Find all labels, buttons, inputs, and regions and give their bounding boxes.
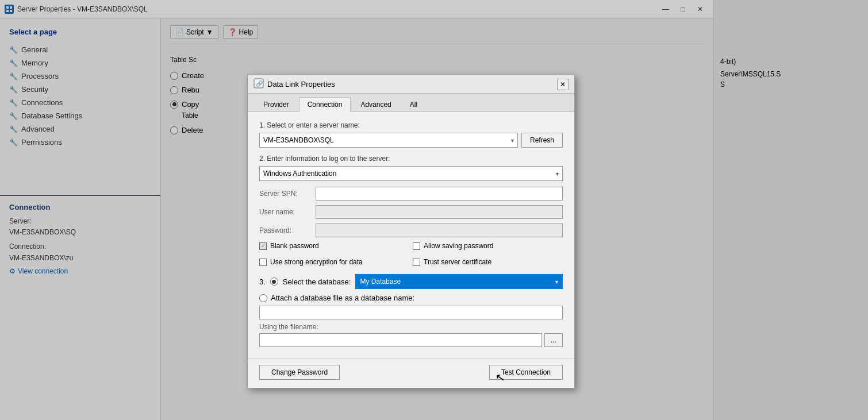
attach-label: Attach a database file as a database nam…: [271, 294, 414, 302]
dialog-title-icon: 🔗: [254, 78, 264, 91]
step1-label: 1. Select or enter a server name:: [259, 121, 563, 129]
step3-label: 3.: [259, 278, 266, 286]
password-label: Password:: [259, 226, 311, 234]
tab-advanced[interactable]: Advanced: [352, 97, 400, 111]
server-spn-label: Server SPN:: [259, 190, 311, 198]
tab-advanced-label: Advanced: [360, 101, 391, 109]
server-name-dropdown[interactable]: VM-E3SANDBOX\SQL ▾: [259, 133, 518, 148]
tab-connection[interactable]: Connection: [299, 97, 351, 112]
server-spn-row: Server SPN:: [259, 187, 563, 201]
data-link-properties-dialog: 🔗 Data Link Properties ✕ Provider Connec…: [247, 75, 575, 388]
tab-provider-label: Provider: [263, 101, 289, 109]
tab-provider[interactable]: Provider: [255, 97, 298, 111]
filename-input[interactable]: [259, 333, 542, 347]
password-row: Password:: [259, 224, 563, 237]
checkbox-row-2: Use strong encryption for data Trust ser…: [259, 258, 563, 269]
tab-all[interactable]: All: [401, 97, 426, 111]
auth-method-value: Windows Authentication: [263, 169, 336, 178]
blank-password-row[interactable]: Blank password: [259, 242, 409, 250]
username-input[interactable]: [316, 205, 563, 219]
username-row: User name:: [259, 205, 563, 219]
strong-encrypt-row[interactable]: Use strong encryption for data: [259, 258, 409, 266]
server-name-value: VM-E3SANDBOX\SQL: [263, 136, 334, 144]
refresh-button[interactable]: Refresh: [521, 133, 563, 148]
dialog-title-bar: 🔗 Data Link Properties ✕: [248, 75, 574, 94]
trust-cert-row[interactable]: Trust server certificate: [413, 258, 563, 266]
step2-label: 2. Enter information to log on to the se…: [259, 155, 563, 163]
auth-dropdown-arrow-icon: ▾: [556, 171, 559, 177]
tab-connection-label: Connection: [308, 101, 343, 109]
strong-encrypt-label: Use strong encryption for data: [270, 258, 363, 266]
blank-password-checkbox[interactable]: [259, 242, 267, 250]
checkbox-row-1: Blank password Allow saving password: [259, 242, 563, 253]
svg-text:🔗: 🔗: [256, 80, 263, 87]
dialog-body: 1. Select or enter a server name: VM-E3S…: [248, 112, 574, 359]
filename-browse-button[interactable]: ...: [544, 333, 563, 347]
attach-row: Attach a database file as a database nam…: [259, 294, 563, 302]
server-spn-input[interactable]: [316, 187, 563, 201]
select-db-row: 3. Select the database: My Database ▾: [259, 274, 563, 289]
database-dropdown[interactable]: My Database ▾: [355, 274, 563, 289]
database-value: My Database: [360, 278, 401, 286]
strong-encrypt-checkbox[interactable]: [259, 259, 267, 266]
dialog-title-text: Data Link Properties: [267, 80, 335, 88]
test-connection-button[interactable]: Test Connection: [489, 365, 563, 380]
select-db-label: Select the database:: [283, 278, 351, 286]
filename-section: Using the filename: ...: [259, 323, 563, 347]
dialog-overlay: 🔗 Data Link Properties ✕ Provider Connec…: [0, 0, 868, 420]
change-password-button[interactable]: Change Password: [259, 365, 340, 380]
auth-method-dropdown[interactable]: Windows Authentication ▾: [259, 166, 563, 181]
password-input[interactable]: [316, 224, 563, 237]
attach-input[interactable]: [259, 306, 563, 319]
allow-saving-row[interactable]: Allow saving password: [413, 242, 563, 250]
select-db-radio[interactable]: [270, 278, 278, 286]
dialog-title-left: 🔗 Data Link Properties: [254, 78, 335, 91]
trust-cert-checkbox[interactable]: [413, 259, 420, 266]
allow-saving-label: Allow saving password: [424, 242, 493, 250]
dialog-tabs: Provider Connection Advanced All: [248, 94, 574, 112]
trust-cert-label: Trust server certificate: [424, 258, 491, 266]
filename-row: ...: [259, 333, 563, 347]
attach-radio[interactable]: [259, 294, 267, 302]
server-row: VM-E3SANDBOX\SQL ▾ Refresh: [259, 133, 563, 148]
tab-all-label: All: [410, 101, 417, 109]
db-dropdown-arrow-icon: ▾: [555, 279, 558, 285]
server-dropdown-arrow-icon: ▾: [511, 137, 514, 144]
username-label: User name:: [259, 208, 311, 216]
dialog-footer: Change Password Test Connection: [248, 359, 574, 388]
filename-label: Using the filename:: [259, 323, 563, 331]
blank-password-label: Blank password: [270, 242, 319, 250]
dialog-close-button[interactable]: ✕: [557, 79, 569, 90]
allow-saving-checkbox[interactable]: [413, 242, 420, 250]
